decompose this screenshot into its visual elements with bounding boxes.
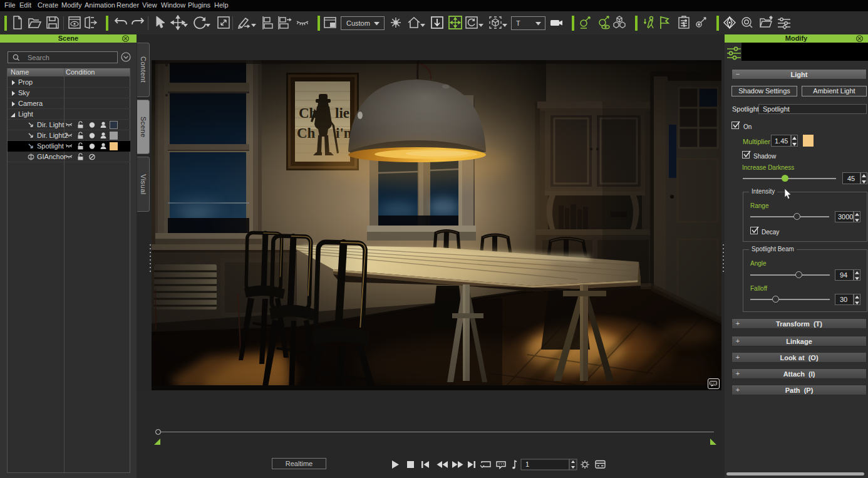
svg-text:1: 1 xyxy=(525,460,529,468)
